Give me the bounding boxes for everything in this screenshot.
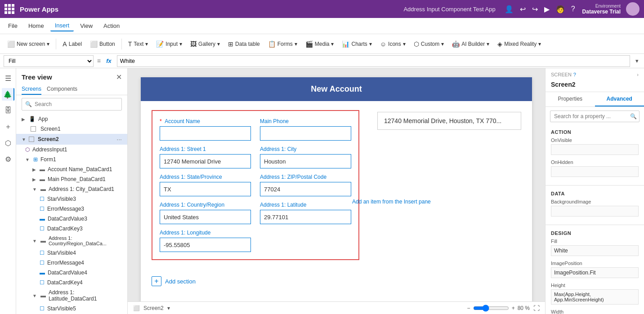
expand-icon-form1: ▼ [25,157,30,162]
play-icon[interactable]: ▶ [544,5,550,13]
sidebar-tab-components[interactable]: Components [47,84,77,95]
sidebar-item-form1[interactable]: ▼ ⊞ Form1 [16,155,127,164]
button-button[interactable]: ⬜ Button [86,39,119,49]
height-value[interactable]: Max(App.Height, App.MinScreenHeight) [551,289,639,305]
screen2-chevron-down[interactable]: ▾ [167,305,170,311]
menu-bar: File Home Insert View Action [0,18,644,34]
media-button[interactable]: 🎬 Media ▾ [302,39,338,49]
left-icon-menu[interactable]: ☰ [2,72,14,84]
new-screen-icon: ⬜ [7,40,15,48]
charts-button[interactable]: 📊 Charts ▾ [338,39,375,49]
redo-icon[interactable]: ↪ [532,5,538,13]
sidebar-item-app[interactable]: ▶ 📱 App [16,114,127,124]
menu-view[interactable]: View [76,21,97,31]
sidebar-item-addr-city-dc1[interactable]: ▼ ▬ Address 1: City_DataCard1 [16,184,127,194]
sidebar-item-star-visible4[interactable]: ☐ StarVisible4 [16,248,127,258]
bg-image-label: BackgroundImage [551,199,639,204]
left-icon-add[interactable]: ＋ [2,120,14,133]
ai-builder-button[interactable]: 🤖 AI Builder ▾ [448,39,493,49]
on-hidden-value[interactable] [551,166,639,177]
label-button[interactable]: A Label [59,39,85,49]
input-street1[interactable] [160,154,251,168]
input-city[interactable] [260,154,351,168]
formula-input[interactable] [117,55,630,67]
image-position-value[interactable]: ImagePosition.Fit [551,267,639,278]
menu-insert[interactable]: Insert [50,20,74,31]
sidebar-item-star-visible3[interactable]: ☐ StarVisible3 [16,194,127,204]
screen-help-icon[interactable]: ? [573,72,576,77]
input-button[interactable]: 📝 Input ▾ [152,39,186,49]
right-panel-search-input[interactable] [550,111,640,122]
right-panel-action-section: ACTION OnVisible OnHidden [546,126,644,183]
menu-home[interactable]: Home [24,21,49,31]
sidebar-item-star-visible5[interactable]: ☐ StarVisible5 [16,304,127,314]
text-button[interactable]: T Text ▾ [125,39,152,49]
left-icon-components[interactable]: ⬡ [2,137,14,149]
formula-expand-icon[interactable]: ▾ [634,57,640,64]
sidebar-item-data-card-key4[interactable]: ☐ DataCardKey4 [16,278,127,287]
sidebar-item-addressinput1[interactable]: ⬡ AddressInput1 [16,145,127,155]
input-state[interactable] [160,182,251,196]
sidebar-item-addr-lat-dc1[interactable]: ▼ ▬ Address 1: Latitude_DataCard1 [16,287,127,304]
expand-icon-city: ▼ [32,187,37,192]
left-icon-tree[interactable]: 🌲 [2,88,14,101]
action-section-title: ACTION [551,129,639,135]
zoom-slider[interactable] [473,305,509,312]
sidebar-item-main-phone-dc1[interactable]: ▶ ▬ Main Phone_DataCard1 [16,174,127,184]
sidebar-search-input[interactable] [22,98,122,111]
panel-expand-icon[interactable]: › [637,72,639,77]
property-dropdown[interactable]: Fill [4,55,94,67]
input-main-phone[interactable] [260,126,351,141]
fx-button[interactable]: fx [104,57,113,64]
input-zip[interactable] [260,182,351,196]
right-tab-advanced[interactable]: Advanced [595,92,644,106]
sidebar-item-error-msg3[interactable]: ☐ ErrorMessage3 [16,204,127,214]
user-avatar[interactable] [626,2,640,16]
undo-icon[interactable]: ↩ [520,5,526,13]
input-longitude[interactable] [160,238,251,252]
addr-city-dc1-label: Address 1: City_DataCard1 [49,186,114,192]
mixed-reality-button[interactable]: ◈ Mixed Reality ▾ [494,39,545,49]
sidebar-tab-screens[interactable]: Screens [22,84,41,95]
sidebar-item-data-card-val4[interactable]: ▬ DataCardValue4 [16,268,127,278]
new-screen-chevron[interactable]: ▾ [47,41,49,47]
app-logo[interactable]: Power Apps [4,4,58,14]
new-screen-button[interactable]: ⬜ New screen ▾ [4,39,53,49]
help-icon[interactable]: ? [571,5,575,13]
icons-button[interactable]: ☺ Icons ▾ [376,39,409,49]
sidebar-search-icon: 🔍 [25,101,32,107]
custom-button[interactable]: ⬡ Custom ▾ [410,39,447,49]
input-latitude[interactable] [260,210,351,224]
menu-file[interactable]: File [4,21,22,31]
left-icon-settings[interactable]: ⚙ [2,153,14,165]
fill-value[interactable]: White [551,245,639,256]
waffle-icon[interactable] [4,4,14,14]
menu-action[interactable]: Action [99,21,124,31]
sidebar-item-error-msg4[interactable]: ☐ ErrorMessage4 [16,258,127,268]
data-table-button[interactable]: ⊞ Data table [224,39,264,49]
canvas-area[interactable]: New Account * Account Nam [128,68,545,314]
on-visible-value[interactable] [551,144,639,155]
input-country[interactable] [160,210,251,224]
account-icon[interactable]: 👤 [505,5,514,13]
sidebar-item-screen1[interactable]: Screen1 [16,124,127,134]
input-account-name[interactable] [160,126,251,141]
zoom-minus-icon[interactable]: − [467,305,470,311]
forms-button[interactable]: 📋 Forms ▾ [264,39,301,49]
zoom-plus-icon[interactable]: + [512,305,515,311]
gallery-button[interactable]: 🖼 Gallery ▾ [187,39,224,49]
sidebar-item-data-card-val3[interactable]: ▬ DataCardValue3 [16,214,127,224]
sidebar-item-data-card-key3[interactable]: ☐ DataCardKey3 [16,224,127,234]
image-position-row: ImagePosition ImagePosition.Fit [551,261,639,278]
screen2-meatball[interactable]: ··· [116,136,122,143]
add-section-button[interactable]: + Add section [152,273,521,290]
bg-image-value[interactable] [551,206,639,217]
person-icon[interactable]: 🧑 [556,5,565,13]
right-tab-properties[interactable]: Properties [546,92,595,106]
expand-canvas-icon[interactable]: ⛶ [533,305,540,312]
sidebar-item-screen2[interactable]: ▼ Screen2 ··· [16,134,127,145]
sidebar-item-addr-country-dc[interactable]: ▼ ▬ Address 1: Country/Region_DataCa... [16,234,127,248]
left-icon-data[interactable]: 🗄 [2,104,14,117]
sidebar-item-acct-name-dc1[interactable]: ▶ ▬ Account Name_DataCard1 [16,164,127,174]
sidebar-close-button[interactable]: ✕ [116,73,122,81]
